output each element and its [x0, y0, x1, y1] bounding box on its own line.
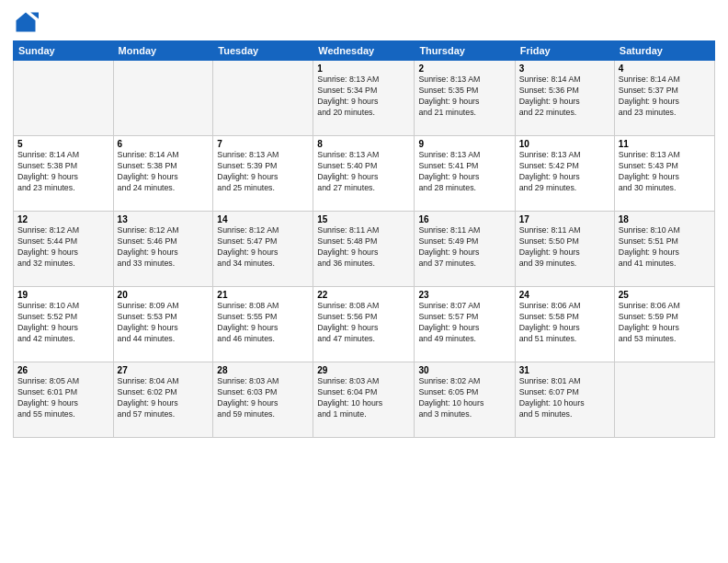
day-number: 22: [317, 290, 410, 300]
day-info: Sunrise: 8:13 AM Sunset: 5:35 PM Dayligh…: [418, 75, 510, 119]
calendar-cell: 17Sunrise: 8:11 AM Sunset: 5:50 PM Dayli…: [515, 212, 614, 287]
calendar-header: SundayMondayTuesdayWednesdayThursdayFrid…: [14, 41, 715, 61]
day-number: 25: [619, 290, 711, 300]
calendar-cell: 5Sunrise: 8:14 AM Sunset: 5:38 PM Daylig…: [14, 136, 114, 212]
calendar-cell: 13Sunrise: 8:12 AM Sunset: 5:46 PM Dayli…: [113, 212, 213, 287]
calendar-cell: [213, 61, 313, 136]
days-of-week-row: SundayMondayTuesdayWednesdayThursdayFrid…: [14, 41, 715, 61]
day-number: 19: [17, 290, 109, 300]
day-number: 16: [418, 214, 510, 224]
calendar-cell: 1Sunrise: 8:13 AM Sunset: 5:34 PM Daylig…: [313, 61, 415, 136]
calendar-cell: [614, 362, 714, 438]
calendar-cell: 9Sunrise: 8:13 AM Sunset: 5:41 PM Daylig…: [415, 136, 515, 212]
calendar-week-row: 1Sunrise: 8:13 AM Sunset: 5:34 PM Daylig…: [14, 61, 715, 136]
day-number: 7: [217, 139, 309, 149]
calendar-cell: 29Sunrise: 8:03 AM Sunset: 6:04 PM Dayli…: [313, 362, 415, 438]
page: SundayMondayTuesdayWednesdayThursdayFrid…: [0, 0, 728, 563]
calendar-cell: 20Sunrise: 8:09 AM Sunset: 5:53 PM Dayli…: [113, 287, 213, 362]
svg-marker-0: [17, 13, 36, 32]
day-number: 17: [519, 214, 610, 224]
day-number: 29: [317, 365, 410, 375]
calendar-cell: 3Sunrise: 8:14 AM Sunset: 5:36 PM Daylig…: [515, 61, 614, 136]
day-info: Sunrise: 8:01 AM Sunset: 6:07 PM Dayligh…: [519, 376, 610, 420]
day-info: Sunrise: 8:11 AM Sunset: 5:50 PM Dayligh…: [519, 225, 610, 270]
day-number: 26: [17, 365, 109, 375]
day-info: Sunrise: 8:13 AM Sunset: 5:41 PM Dayligh…: [418, 150, 510, 194]
day-number: 9: [418, 139, 510, 149]
calendar-cell: 23Sunrise: 8:07 AM Sunset: 5:57 PM Dayli…: [415, 287, 515, 362]
day-info: Sunrise: 8:14 AM Sunset: 5:37 PM Dayligh…: [619, 75, 711, 119]
day-info: Sunrise: 8:06 AM Sunset: 5:59 PM Dayligh…: [619, 301, 711, 345]
day-info: Sunrise: 8:04 AM Sunset: 6:02 PM Dayligh…: [118, 376, 210, 420]
day-number: 3: [519, 63, 610, 74]
calendar-table: SundayMondayTuesdayWednesdayThursdayFrid…: [13, 40, 715, 438]
logo: [13, 9, 41, 35]
calendar-cell: 22Sunrise: 8:08 AM Sunset: 5:56 PM Dayli…: [313, 287, 415, 362]
day-info: Sunrise: 8:13 AM Sunset: 5:34 PM Dayligh…: [317, 75, 410, 119]
calendar-cell: 25Sunrise: 8:06 AM Sunset: 5:59 PM Dayli…: [614, 287, 714, 362]
calendar-cell: 2Sunrise: 8:13 AM Sunset: 5:35 PM Daylig…: [415, 61, 515, 136]
day-info: Sunrise: 8:13 AM Sunset: 5:42 PM Dayligh…: [519, 150, 610, 194]
day-number: 2: [418, 63, 510, 74]
day-info: Sunrise: 8:12 AM Sunset: 5:47 PM Dayligh…: [217, 225, 309, 270]
calendar-cell: 27Sunrise: 8:04 AM Sunset: 6:02 PM Dayli…: [113, 362, 213, 438]
day-number: 12: [17, 214, 109, 224]
day-info: Sunrise: 8:08 AM Sunset: 5:56 PM Dayligh…: [317, 301, 410, 345]
calendar-cell: 30Sunrise: 8:02 AM Sunset: 6:05 PM Dayli…: [415, 362, 515, 438]
calendar-cell: 26Sunrise: 8:05 AM Sunset: 6:01 PM Dayli…: [14, 362, 114, 438]
calendar-week-row: 12Sunrise: 8:12 AM Sunset: 5:44 PM Dayli…: [14, 212, 715, 287]
day-info: Sunrise: 8:14 AM Sunset: 5:38 PM Dayligh…: [17, 150, 109, 194]
calendar-cell: 31Sunrise: 8:01 AM Sunset: 6:07 PM Dayli…: [515, 362, 614, 438]
day-info: Sunrise: 8:13 AM Sunset: 5:40 PM Dayligh…: [317, 150, 410, 194]
day-info: Sunrise: 8:10 AM Sunset: 5:52 PM Dayligh…: [17, 301, 109, 345]
calendar-cell: 19Sunrise: 8:10 AM Sunset: 5:52 PM Dayli…: [14, 287, 114, 362]
calendar-cell: 15Sunrise: 8:11 AM Sunset: 5:48 PM Dayli…: [313, 212, 415, 287]
calendar-body: 1Sunrise: 8:13 AM Sunset: 5:34 PM Daylig…: [14, 61, 715, 438]
day-of-week-header: Friday: [515, 41, 614, 61]
calendar-week-row: 26Sunrise: 8:05 AM Sunset: 6:01 PM Dayli…: [14, 362, 715, 438]
calendar-cell: 24Sunrise: 8:06 AM Sunset: 5:58 PM Dayli…: [515, 287, 614, 362]
calendar-cell: 7Sunrise: 8:13 AM Sunset: 5:39 PM Daylig…: [213, 136, 313, 212]
day-info: Sunrise: 8:13 AM Sunset: 5:43 PM Dayligh…: [619, 150, 711, 194]
day-of-week-header: Sunday: [14, 41, 114, 61]
day-of-week-header: Monday: [113, 41, 213, 61]
day-number: 14: [217, 214, 309, 224]
day-number: 11: [619, 139, 711, 149]
day-info: Sunrise: 8:03 AM Sunset: 6:04 PM Dayligh…: [317, 376, 410, 420]
logo-icon: [13, 9, 39, 35]
day-info: Sunrise: 8:10 AM Sunset: 5:51 PM Dayligh…: [619, 225, 711, 270]
day-number: 20: [118, 290, 210, 300]
day-of-week-header: Tuesday: [213, 41, 313, 61]
calendar-cell: [14, 61, 114, 136]
day-info: Sunrise: 8:06 AM Sunset: 5:58 PM Dayligh…: [519, 301, 610, 345]
calendar-cell: 8Sunrise: 8:13 AM Sunset: 5:40 PM Daylig…: [313, 136, 415, 212]
calendar-cell: 28Sunrise: 8:03 AM Sunset: 6:03 PM Dayli…: [213, 362, 313, 438]
calendar-cell: 16Sunrise: 8:11 AM Sunset: 5:49 PM Dayli…: [415, 212, 515, 287]
day-of-week-header: Saturday: [614, 41, 714, 61]
day-info: Sunrise: 8:02 AM Sunset: 6:05 PM Dayligh…: [418, 376, 510, 420]
day-info: Sunrise: 8:12 AM Sunset: 5:44 PM Dayligh…: [17, 225, 109, 270]
calendar-cell: 12Sunrise: 8:12 AM Sunset: 5:44 PM Dayli…: [14, 212, 114, 287]
calendar-cell: 4Sunrise: 8:14 AM Sunset: 5:37 PM Daylig…: [614, 61, 714, 136]
day-number: 21: [217, 290, 309, 300]
calendar-cell: 21Sunrise: 8:08 AM Sunset: 5:55 PM Dayli…: [213, 287, 313, 362]
day-info: Sunrise: 8:08 AM Sunset: 5:55 PM Dayligh…: [217, 301, 309, 345]
day-info: Sunrise: 8:09 AM Sunset: 5:53 PM Dayligh…: [118, 301, 210, 345]
day-info: Sunrise: 8:12 AM Sunset: 5:46 PM Dayligh…: [118, 225, 210, 270]
day-number: 6: [118, 139, 210, 149]
day-info: Sunrise: 8:11 AM Sunset: 5:48 PM Dayligh…: [317, 225, 410, 270]
day-number: 10: [519, 139, 610, 149]
day-number: 24: [519, 290, 610, 300]
day-number: 13: [118, 214, 210, 224]
day-number: 27: [118, 365, 210, 375]
calendar-cell: 14Sunrise: 8:12 AM Sunset: 5:47 PM Dayli…: [213, 212, 313, 287]
day-number: 28: [217, 365, 309, 375]
calendar-cell: 6Sunrise: 8:14 AM Sunset: 5:38 PM Daylig…: [113, 136, 213, 212]
header: [13, 9, 715, 35]
day-info: Sunrise: 8:03 AM Sunset: 6:03 PM Dayligh…: [217, 376, 309, 420]
day-number: 15: [317, 214, 410, 224]
day-number: 4: [619, 63, 711, 74]
day-number: 23: [418, 290, 510, 300]
day-info: Sunrise: 8:11 AM Sunset: 5:49 PM Dayligh…: [418, 225, 510, 270]
day-number: 18: [619, 214, 711, 224]
